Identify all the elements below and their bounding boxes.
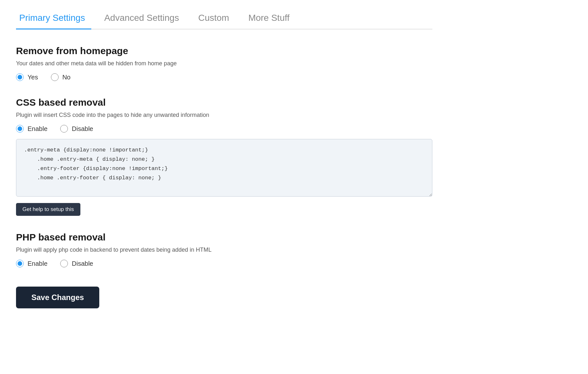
css-disable-text: Disable (72, 125, 93, 133)
remove-homepage-no-text: No (62, 74, 71, 81)
tab-custom[interactable]: Custom (195, 10, 235, 29)
remove-homepage-title: Remove from homepage (16, 45, 432, 56)
tab-advanced-settings[interactable]: Advanced Settings (101, 10, 185, 29)
css-removal-radio-group: Enable Disable (16, 125, 432, 133)
css-disable-radio[interactable] (60, 125, 68, 133)
remove-homepage-no-label[interactable]: No (51, 73, 71, 81)
tabs-container: Primary Settings Advanced Settings Custo… (16, 10, 432, 29)
tab-more-stuff[interactable]: More Stuff (245, 10, 296, 29)
tab-primary-settings[interactable]: Primary Settings (16, 10, 91, 29)
php-enable-label[interactable]: Enable (16, 260, 47, 267)
css-disable-label[interactable]: Disable (60, 125, 93, 133)
css-removal-description: Plugin will insert CSS code into the pag… (16, 112, 432, 118)
php-disable-text: Disable (72, 260, 93, 267)
remove-homepage-no-radio[interactable] (51, 73, 59, 81)
section-php-removal: PHP based removal Plugin will apply php … (16, 232, 432, 267)
css-code-textarea[interactable]: .entry-meta {display:none !important;} .… (16, 139, 432, 197)
php-disable-label[interactable]: Disable (60, 260, 93, 267)
remove-homepage-yes-label[interactable]: Yes (16, 73, 38, 81)
php-disable-radio[interactable] (60, 260, 68, 267)
section-css-removal: CSS based removal Plugin will insert CSS… (16, 97, 432, 216)
remove-homepage-radio-group: Yes No (16, 73, 432, 81)
php-enable-radio[interactable] (16, 260, 24, 267)
css-enable-radio[interactable] (16, 125, 24, 133)
save-changes-button[interactable]: Save Changes (16, 287, 99, 308)
remove-homepage-description: Your dates and other meta data will be h… (16, 60, 432, 67)
css-removal-title: CSS based removal (16, 97, 432, 108)
php-enable-text: Enable (28, 260, 47, 267)
remove-homepage-yes-text: Yes (28, 74, 38, 81)
php-removal-radio-group: Enable Disable (16, 260, 432, 267)
section-remove-homepage: Remove from homepage Your dates and othe… (16, 45, 432, 81)
page-container: Primary Settings Advanced Settings Custo… (0, 0, 448, 328)
css-enable-text: Enable (28, 125, 47, 133)
php-removal-description: Plugin will apply php code in backend to… (16, 247, 432, 253)
get-help-button[interactable]: Get help to setup this (16, 203, 80, 216)
php-removal-title: PHP based removal (16, 232, 432, 243)
css-enable-label[interactable]: Enable (16, 125, 47, 133)
remove-homepage-yes-radio[interactable] (16, 73, 24, 81)
